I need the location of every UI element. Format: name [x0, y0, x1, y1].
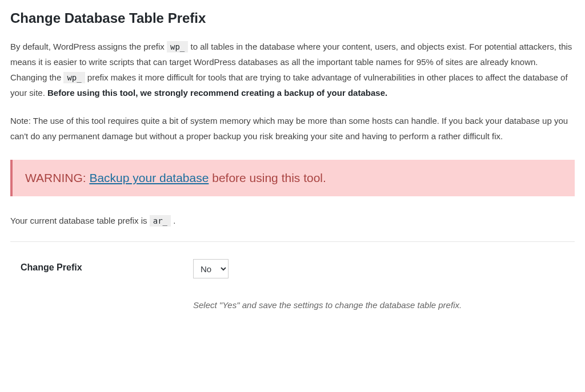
- page-title: Change Database Table Prefix: [10, 10, 575, 26]
- change-prefix-control: No Select "Yes" and save the settings to…: [193, 259, 575, 310]
- change-prefix-description: Select "Yes" and save the settings to ch…: [193, 300, 575, 310]
- change-prefix-select[interactable]: No: [193, 259, 229, 278]
- change-prefix-label: Change Prefix: [10, 259, 193, 273]
- divider: [10, 241, 575, 242]
- current-prefix-label: Your current database table prefix is: [10, 216, 150, 225]
- intro-strong: Before using this tool, we strongly reco…: [47, 88, 387, 98]
- change-prefix-row: Change Prefix No Select "Yes" and save t…: [10, 259, 575, 310]
- note-paragraph: Note: The use of this tool requires quit…: [10, 113, 575, 144]
- prefix-code-1: wp_: [167, 41, 188, 52]
- backup-link[interactable]: Backup your database: [89, 171, 209, 184]
- warning-content: WARNING: Backup your database before usi…: [25, 171, 562, 185]
- current-prefix-suffix: .: [171, 216, 175, 225]
- warning-box: WARNING: Backup your database before usi…: [10, 160, 575, 196]
- current-prefix-text: Your current database table prefix is ar…: [10, 216, 575, 225]
- intro-text-1: By default, WordPress assigns the prefix: [10, 42, 167, 51]
- warning-suffix: before using this tool.: [209, 171, 326, 184]
- current-prefix-value: ar_: [150, 215, 171, 227]
- warning-prefix: WARNING:: [25, 171, 89, 184]
- intro-paragraph: By default, WordPress assigns the prefix…: [10, 39, 575, 100]
- prefix-code-2: wp_: [63, 72, 85, 83]
